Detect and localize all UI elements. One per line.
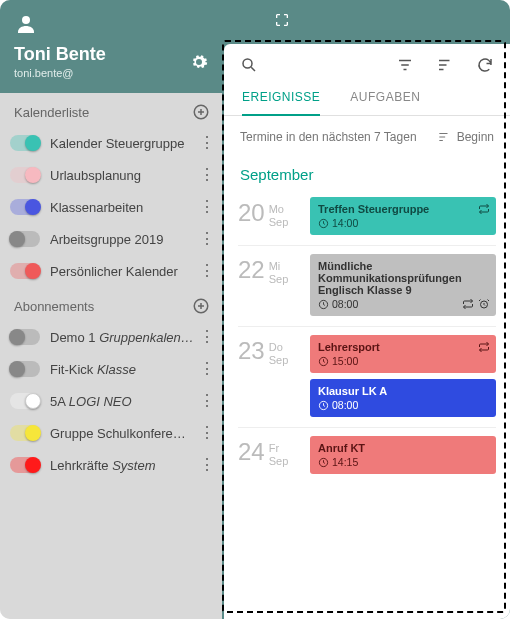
- date-num: 22: [238, 258, 265, 282]
- calendar-menu-icon[interactable]: ⋮: [198, 167, 216, 183]
- event-time: 08:00: [318, 399, 488, 411]
- event-title: Treffen Steuergruppe: [318, 203, 488, 215]
- clock-icon: [318, 218, 329, 229]
- day-row: 23DoSepLehrersport15:00Klausur LK A08:00: [238, 327, 496, 428]
- calendar-menu-icon[interactable]: ⋮: [198, 361, 216, 377]
- calendar-label: Fit-Kick Klasse: [50, 362, 198, 377]
- refresh-icon[interactable]: [476, 56, 494, 74]
- repeat-icon: [462, 298, 474, 310]
- calendar-item: Arbeitsgruppe 2019⋮: [0, 223, 222, 255]
- calendar-toggle[interactable]: [10, 457, 40, 473]
- day-row: 24FrSepAnruf KT14:15: [238, 428, 496, 484]
- alarm-icon: [478, 298, 490, 310]
- event-column: Mündliche Kommunikationsprüfungen Englis…: [310, 254, 496, 316]
- event-card[interactable]: Mündliche Kommunikationsprüfungen Englis…: [310, 254, 496, 316]
- sort-small-icon[interactable]: [437, 130, 451, 144]
- calendar-menu-icon[interactable]: ⋮: [198, 425, 216, 441]
- calendar-toggle[interactable]: [10, 329, 40, 345]
- add-subscription-icon[interactable]: [192, 297, 210, 315]
- event-column: Anruf KT14:15: [310, 436, 496, 474]
- filter-icon[interactable]: [396, 56, 414, 74]
- repeat-icon: [478, 203, 490, 215]
- calendar-menu-icon[interactable]: ⋮: [198, 457, 216, 473]
- event-column: Lehrersport15:00Klausur LK A08:00: [310, 335, 496, 417]
- subhead-right: Beginn: [457, 130, 494, 144]
- calendar-label: Arbeitsgruppe 2019: [50, 232, 198, 247]
- calendar-toggle[interactable]: [10, 361, 40, 377]
- clock-icon: [318, 400, 329, 411]
- date-num: 20: [238, 201, 265, 225]
- calendar-menu-icon[interactable]: ⋮: [198, 199, 216, 215]
- panel-tabs: EREIGNISSE AUFGABEN: [224, 82, 510, 116]
- calendar-item: 5A LOGI NEO⋮: [0, 385, 222, 417]
- avatar-icon: [14, 12, 38, 36]
- date-txt: FrSep: [269, 440, 289, 468]
- event-card[interactable]: Lehrersport15:00: [310, 335, 496, 373]
- calendar-toggle[interactable]: [10, 231, 40, 247]
- calendar-toggle[interactable]: [10, 135, 40, 151]
- calendar-item: Demo 1 Gruppenkalen…⋮: [0, 321, 222, 353]
- user-header: Toni Bente toni.bente@: [0, 0, 222, 93]
- calendar-label: Klassenarbeiten: [50, 200, 198, 215]
- calendar-item: Gruppe Schulkonfere…⋮: [0, 417, 222, 449]
- section-label: Abonnements: [14, 299, 94, 314]
- event-time: 15:00: [318, 355, 488, 367]
- calendar-menu-icon[interactable]: ⋮: [198, 231, 216, 247]
- date-column: 23DoSep: [238, 335, 300, 417]
- calendar-menu-icon[interactable]: ⋮: [198, 329, 216, 345]
- calendar-menu-icon[interactable]: ⋮: [198, 263, 216, 279]
- calendar-toggle[interactable]: [10, 199, 40, 215]
- calendar-menu-icon[interactable]: ⋮: [198, 135, 216, 151]
- gear-icon[interactable]: [190, 53, 208, 71]
- calendar-toggle[interactable]: [10, 425, 40, 441]
- event-title: Lehrersport: [318, 341, 488, 353]
- clock-icon: [318, 457, 329, 468]
- calendar-item: Lehrkräfte System⋮: [0, 449, 222, 481]
- calendar-menu-icon[interactable]: ⋮: [198, 393, 216, 409]
- section-label: Kalenderliste: [14, 105, 89, 120]
- day-row: 20MoSepTreffen Steuergruppe14:00: [238, 189, 496, 246]
- sort-icon[interactable]: [436, 56, 454, 74]
- day-row: 22MiSepMündliche Kommunikationsprüfungen…: [238, 246, 496, 327]
- event-card[interactable]: Treffen Steuergruppe14:00: [310, 197, 496, 235]
- event-time: 14:15: [318, 456, 488, 468]
- sidebar: Toni Bente toni.bente@ Kalenderliste Kal…: [0, 0, 222, 619]
- calendar-label: 5A LOGI NEO: [50, 394, 198, 409]
- user-email: toni.bente@: [14, 67, 208, 79]
- event-card[interactable]: Klausur LK A08:00: [310, 379, 496, 417]
- tab-events[interactable]: EREIGNISSE: [242, 90, 320, 116]
- clock-icon: [318, 299, 329, 310]
- add-calendar-icon[interactable]: [192, 103, 210, 121]
- event-title: Mündliche Kommunikationsprüfungen Englis…: [318, 260, 488, 296]
- svg-point-0: [22, 16, 30, 24]
- calendar-item: Urlaubsplanung⋮: [0, 159, 222, 191]
- panel-toolbar: [224, 44, 510, 82]
- event-title: Anruf KT: [318, 442, 488, 454]
- event-badges: [462, 298, 490, 310]
- subhead-text: Termine in den nächsten 7 Tagen: [240, 130, 417, 144]
- clock-icon: [318, 356, 329, 367]
- calendar-label: Gruppe Schulkonfere…: [50, 426, 198, 441]
- main-area: EREIGNISSE AUFGABEN Termine in den nächs…: [222, 0, 510, 619]
- calendar-item: Fit-Kick Klasse⋮: [0, 353, 222, 385]
- calendar-toggle[interactable]: [10, 167, 40, 183]
- expand-icon[interactable]: [274, 12, 290, 28]
- calendar-item: Kalender Steuergruppe⋮: [0, 127, 222, 159]
- date-num: 23: [238, 339, 265, 363]
- event-column: Treffen Steuergruppe14:00: [310, 197, 496, 235]
- calendar-toggle[interactable]: [10, 263, 40, 279]
- panel-subhead: Termine in den nächsten 7 Tagen Beginn: [224, 116, 510, 150]
- events-panel: EREIGNISSE AUFGABEN Termine in den nächs…: [224, 44, 510, 619]
- calendar-list: Kalender Steuergruppe⋮Urlaubsplanung⋮Kla…: [0, 127, 222, 287]
- calendar-label: Urlaubsplanung: [50, 168, 198, 183]
- date-column: 24FrSep: [238, 436, 300, 474]
- date-num: 24: [238, 440, 265, 464]
- search-icon[interactable]: [240, 56, 258, 74]
- event-card[interactable]: Anruf KT14:15: [310, 436, 496, 474]
- calendar-toggle[interactable]: [10, 393, 40, 409]
- calendar-label: Kalender Steuergruppe: [50, 136, 198, 151]
- tab-tasks[interactable]: AUFGABEN: [350, 90, 420, 115]
- section-head-calendars: Kalenderliste: [0, 93, 222, 127]
- event-badges: [478, 341, 490, 353]
- subscription-list: Demo 1 Gruppenkalen…⋮Fit-Kick Klasse⋮5A …: [0, 321, 222, 481]
